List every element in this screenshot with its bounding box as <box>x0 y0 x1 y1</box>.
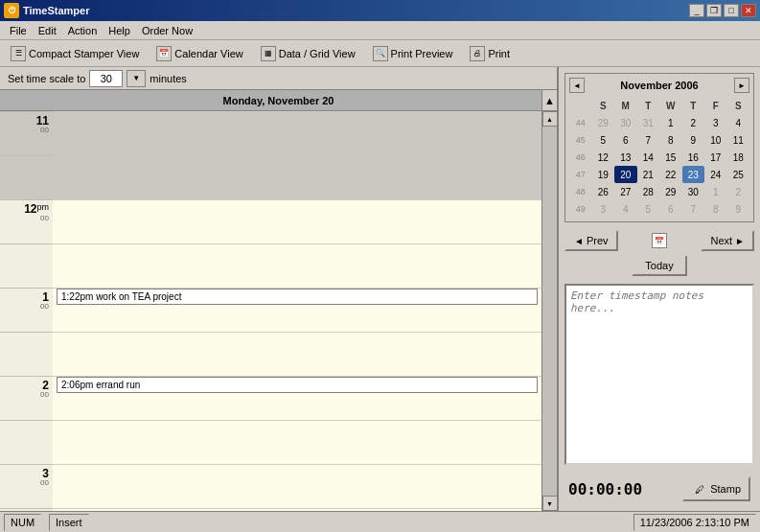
cal-day-dec1[interactable]: 1 <box>704 183 727 200</box>
time-slot-100: 1 00 <box>0 288 53 332</box>
print-preview-button[interactable]: 🔍 Print Preview <box>366 43 460 64</box>
time-scale-dropdown[interactable]: ▼ <box>127 70 146 87</box>
next-arrow-icon: ► <box>735 236 745 246</box>
status-num: NUM <box>4 514 41 531</box>
stamp-button[interactable]: 🖊 Stamp <box>682 476 750 501</box>
cal-day-nov13[interactable]: 13 <box>614 149 637 166</box>
left-panel: Set time scale to ▼ minutes Monday, Nove… <box>0 67 559 511</box>
cal-day-nov10[interactable]: 10 <box>704 131 727 149</box>
cal-day-nov19[interactable]: 19 <box>592 166 615 183</box>
time-slot-1130 <box>0 155 53 199</box>
window-controls[interactable]: _ ❐ □ ✕ <box>689 4 756 17</box>
cal-day-oct29[interactable]: 29 <box>592 114 615 131</box>
title-bar: ⏱ TimeStamper _ ❐ □ ✕ <box>0 0 760 21</box>
scroll-down-button[interactable]: ▼ <box>542 496 558 511</box>
cal-day-nov2[interactable]: 2 <box>682 114 705 131</box>
time-slot-300: 3 00 <box>0 464 53 508</box>
data-grid-view-button[interactable]: ▦ Data / Grid View <box>254 43 362 64</box>
cal-day-nov4[interactable]: 4 <box>727 114 750 131</box>
cal-day-nov21[interactable]: 21 <box>637 166 660 183</box>
cal-day-dec6[interactable]: 6 <box>659 200 682 218</box>
menu-action[interactable]: Action <box>62 23 104 38</box>
prev-month-button[interactable]: ◄ <box>569 78 585 93</box>
cal-day-nov26[interactable]: 26 <box>592 183 615 200</box>
timer-display: 00:00:00 <box>568 480 642 498</box>
cal-day-oct31[interactable]: 31 <box>637 114 660 131</box>
cal-day-nov6[interactable]: 6 <box>614 131 637 149</box>
event-slot-1200[interactable] <box>53 199 541 243</box>
week-45: 45 <box>569 131 592 149</box>
cal-day-nov11[interactable]: 11 <box>727 131 750 149</box>
menu-help[interactable]: Help <box>103 23 136 38</box>
cal-day-dec7[interactable]: 7 <box>682 200 705 218</box>
cal-day-oct30[interactable]: 30 <box>614 114 637 131</box>
cal-day-dec4[interactable]: 4 <box>614 200 637 218</box>
cal-day-dec2[interactable]: 2 <box>727 183 750 200</box>
minimize-button[interactable]: _ <box>689 4 704 17</box>
cal-day-nov28[interactable]: 28 <box>637 183 660 200</box>
event-slot-130[interactable] <box>53 332 541 376</box>
next-month-button[interactable]: ► <box>734 78 749 93</box>
event-errand-run[interactable]: 2:06pm errand run <box>57 377 538 393</box>
print-button[interactable]: 🖨 Print <box>463 43 517 64</box>
cal-day-nov3[interactable]: 3 <box>704 114 727 131</box>
prev-button[interactable]: ◄ Prev <box>564 230 618 251</box>
cal-day-nov27[interactable]: 27 <box>614 183 637 200</box>
menu-file[interactable]: File <box>4 23 33 38</box>
event-tea-project[interactable]: 1:22pm work on TEA project <box>57 289 538 305</box>
event-slot-1230[interactable] <box>53 243 541 288</box>
cal-day-nov30[interactable]: 30 <box>682 183 705 200</box>
vertical-scrollbar[interactable]: ▲ ▼ <box>541 111 557 511</box>
cal-day-nov18[interactable]: 18 <box>727 149 750 166</box>
cal-day-nov9[interactable]: 9 <box>682 131 705 149</box>
gray-block <box>53 111 541 199</box>
cal-day-nov15[interactable]: 15 <box>659 149 682 166</box>
menu-order-now[interactable]: Order Now <box>136 23 198 38</box>
close-button[interactable]: ✕ <box>741 4 756 17</box>
maximize-button[interactable]: □ <box>724 4 739 17</box>
next-button[interactable]: Next ► <box>701 230 754 251</box>
cal-day-nov22[interactable]: 22 <box>659 166 682 183</box>
events-column[interactable]: 1:22pm work on TEA project 2:06pm errand… <box>53 111 541 511</box>
stamp-icon: 🖊 <box>692 481 707 497</box>
cal-day-nov1[interactable]: 1 <box>659 114 682 131</box>
event-slot-200[interactable]: 2:06pm errand run <box>53 376 541 420</box>
cal-day-nov29[interactable]: 29 <box>659 183 682 200</box>
status-datetime: 11/23/2006 2:13:10 PM <box>633 514 756 531</box>
cal-day-nov8[interactable]: 8 <box>659 131 682 149</box>
restore-button[interactable]: ❐ <box>706 4 722 17</box>
compact-stamper-icon: ☰ <box>11 46 26 61</box>
cal-day-nov25[interactable]: 25 <box>727 166 750 183</box>
cal-day-nov20-today[interactable]: 20 <box>614 166 637 183</box>
scroll-up-button[interactable]: ▲ <box>542 111 558 127</box>
cal-day-nov5[interactable]: 5 <box>592 131 615 149</box>
menu-edit[interactable]: Edit <box>33 23 62 38</box>
next-label: Next <box>710 235 732 246</box>
time-scale-input[interactable] <box>89 70 123 87</box>
event-slot-300[interactable] <box>53 464 541 508</box>
cal-day-nov17[interactable]: 17 <box>704 149 727 166</box>
cal-day-nov23-selected[interactable]: 23 <box>682 166 705 183</box>
time-slot-200: 2 00 <box>0 376 53 420</box>
cal-day-nov16[interactable]: 16 <box>682 149 705 166</box>
event-slot-100[interactable]: 1:22pm work on TEA project <box>53 288 541 332</box>
cal-day-nov12[interactable]: 12 <box>592 149 615 166</box>
cal-day-nov24[interactable]: 24 <box>704 166 727 183</box>
menu-bar: File Edit Action Help Order Now <box>0 21 760 40</box>
today-button[interactable]: Today <box>632 255 686 276</box>
cal-day-dec9[interactable]: 9 <box>727 200 750 218</box>
compact-stamper-view-button[interactable]: ☰ Compact Stamper View <box>4 43 146 64</box>
calendar-view-button[interactable]: 📅 Calendar View <box>150 43 249 64</box>
cal-day-nov14[interactable]: 14 <box>637 149 660 166</box>
notes-textarea[interactable] <box>564 284 754 465</box>
event-slot-230[interactable] <box>53 420 541 464</box>
cal-day-dec3[interactable]: 3 <box>592 200 615 218</box>
event-slot-330[interactable] <box>53 508 541 511</box>
app-icon: ⏱ <box>4 3 19 18</box>
cal-day-dec8[interactable]: 8 <box>704 200 727 218</box>
scrollbar-track[interactable] <box>542 127 557 496</box>
cal-day-nov7[interactable]: 7 <box>637 131 660 149</box>
cal-day-dec5[interactable]: 5 <box>637 200 660 218</box>
schedule-date: Monday, November 20 <box>223 95 334 106</box>
scroll-up-button[interactable]: ▲ <box>541 90 557 110</box>
